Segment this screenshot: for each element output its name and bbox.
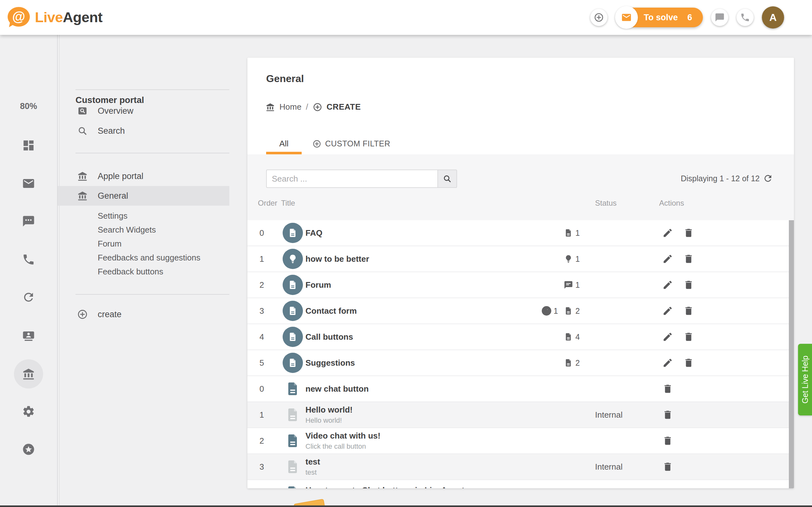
status-count: 1	[575, 255, 580, 264]
delete-button[interactable]	[662, 487, 675, 488]
row-type-icon	[282, 350, 303, 376]
delete-button[interactable]	[683, 331, 696, 343]
rail-item-chats[interactable]	[16, 209, 41, 234]
table-row[interactable]: 0FAQ1	[247, 220, 789, 246]
sidebar-item-create[interactable]: create	[58, 304, 229, 324]
trash-icon	[662, 487, 673, 488]
breadcrumb-separator: /	[306, 102, 308, 112]
delete-button[interactable]	[662, 383, 675, 395]
rail-item-recent[interactable]	[16, 285, 41, 310]
trash-icon	[683, 279, 694, 290]
edit-button[interactable]	[662, 252, 675, 265]
list-refresh-button[interactable]	[763, 173, 774, 184]
table-row[interactable]: 0new chat button	[247, 376, 789, 402]
edit-button[interactable]	[662, 279, 675, 291]
row-titles: new chat button	[305, 376, 368, 401]
table-row[interactable]: 1how to be better1	[247, 246, 789, 272]
table-row[interactable]: 3testtestInternal	[247, 454, 789, 480]
get-live-help-label: Get Live Help	[801, 355, 810, 403]
rail-item-dashboard[interactable]	[16, 133, 41, 158]
row-type-icon	[282, 220, 303, 245]
table-row[interactable]: 1Hello world!Hello world!Internal	[247, 402, 789, 428]
phone-icon	[22, 253, 35, 266]
delete-button[interactable]	[683, 279, 696, 291]
status-count: 1	[575, 280, 580, 290]
delete-button[interactable]	[683, 227, 696, 239]
sidebar-item-overview[interactable]: Overview	[58, 101, 229, 121]
get-live-help-tab[interactable]: Get Live Help	[798, 344, 812, 415]
table-row[interactable]: 2Video chat with us!Click the call butto…	[247, 428, 789, 454]
trash-icon	[683, 357, 694, 368]
edit-button[interactable]	[662, 331, 675, 343]
doc-icon	[564, 332, 573, 342]
delete-button[interactable]	[662, 408, 675, 421]
tab-all[interactable]: All	[266, 135, 302, 152]
calls-button[interactable]	[737, 9, 754, 26]
table-row[interactable]: 4How to create Chat buttons in LiveAgent	[247, 480, 789, 488]
delete-button[interactable]	[683, 356, 696, 369]
delete-button[interactable]	[662, 460, 675, 473]
row-type-icon	[282, 298, 303, 324]
chat-dots-icon	[22, 215, 35, 228]
sidebar-item-search-widgets[interactable]: Search Widgets	[98, 223, 156, 237]
row-type-icon	[282, 376, 303, 401]
table-scrollbar[interactable]	[789, 220, 794, 488]
trash-icon	[683, 305, 694, 316]
rail-item-calls[interactable]	[16, 247, 41, 272]
table-row[interactable]: 5Suggestions2	[247, 350, 789, 376]
rail-item-tickets[interactable]	[16, 171, 41, 196]
rail-item-star[interactable]	[16, 437, 41, 462]
search-button[interactable]	[438, 170, 457, 188]
scrollbar-thumb[interactable]	[789, 220, 794, 488]
search-bar	[266, 170, 457, 188]
row-titles: FAQ	[305, 220, 322, 245]
rail-item-contacts[interactable]	[16, 323, 41, 348]
row-subtitle: Click the call button	[305, 442, 380, 451]
avatar[interactable]: A	[762, 6, 784, 29]
edit-button[interactable]	[662, 304, 675, 317]
table-row[interactable]: 2Forum1	[247, 272, 789, 298]
delete-button[interactable]	[683, 252, 696, 265]
sidebar-item-feedbacks[interactable]: Feedbacks and suggestions	[98, 250, 200, 265]
edit-button[interactable]	[662, 227, 675, 239]
sidebar-item-settings[interactable]: Settings	[98, 209, 128, 223]
status-item: 1	[564, 254, 580, 264]
row-order: 2	[259, 428, 264, 453]
row-actions	[662, 480, 675, 488]
breadcrumb-home[interactable]: Home	[280, 102, 301, 112]
chats-button[interactable]	[711, 9, 728, 26]
screen-bottom-edge	[0, 505, 812, 507]
table-row[interactable]: 3Contact form12	[247, 298, 789, 324]
delete-button[interactable]	[662, 435, 675, 447]
status-count: 2	[575, 306, 580, 316]
row-status-icons: 12	[520, 298, 580, 324]
sidebar-item-apple-portal[interactable]: Apple portal	[58, 166, 229, 186]
trash-icon	[662, 409, 673, 420]
document-icon	[285, 457, 301, 476]
row-actions	[662, 376, 675, 401]
row-order: 4	[259, 480, 264, 488]
search-input[interactable]	[266, 170, 438, 188]
sidebar-item-forum[interactable]: Forum	[98, 237, 121, 250]
add-button[interactable]	[590, 9, 607, 26]
tab-custom-filter[interactable]: CUSTOM FILTER	[312, 135, 391, 152]
row-title: Forum	[305, 280, 331, 290]
rail-item-settings[interactable]	[16, 399, 41, 424]
refresh-circle-icon	[22, 291, 35, 304]
status-badge: Internal	[595, 454, 623, 480]
to-solve-button[interactable]: To solve 6	[616, 8, 703, 27]
bulb-icon	[564, 254, 573, 264]
column-order: Order	[258, 199, 277, 208]
liveagent-logo[interactable]: @ LiveAgent	[7, 7, 102, 28]
edit-button[interactable]	[662, 356, 675, 369]
sidebar-item-general[interactable]: General	[58, 186, 229, 206]
delete-button[interactable]	[683, 304, 696, 317]
row-order: 1	[259, 402, 264, 428]
rail-item-customer-portal[interactable]	[14, 359, 43, 389]
sidebar-item-feedback-buttons[interactable]: Feedback buttons	[98, 265, 163, 279]
plus-circle-icon	[313, 102, 322, 112]
breadcrumb-create[interactable]: CREATE	[327, 102, 361, 112]
sidebar-item-search[interactable]: Search	[58, 121, 229, 141]
logo-text: LiveAgent	[35, 9, 102, 26]
table-row[interactable]: 4Call buttons4	[247, 324, 789, 350]
